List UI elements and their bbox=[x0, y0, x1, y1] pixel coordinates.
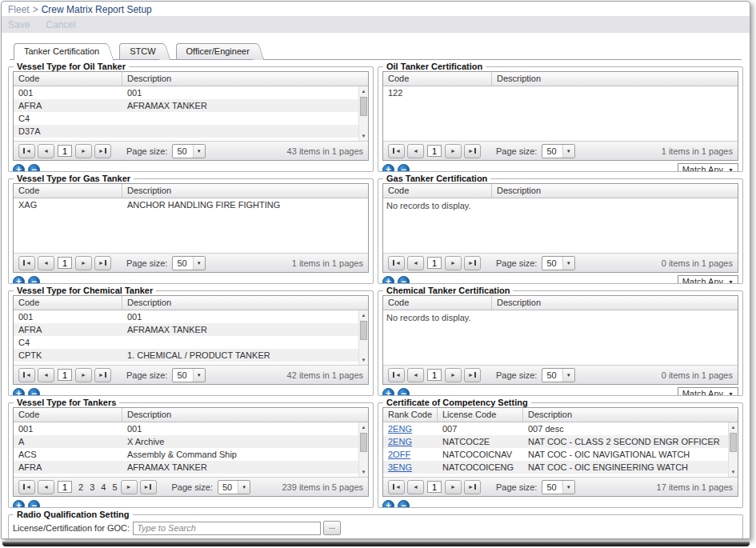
vertical-scrollbar[interactable]: ▲▼ bbox=[358, 422, 368, 477]
pager-prev-button[interactable]: ◄ bbox=[407, 480, 424, 494]
page-size-select[interactable]: 50▼ bbox=[542, 144, 574, 158]
pager-next-button[interactable]: ► bbox=[445, 256, 462, 270]
pager-prev-button[interactable]: ◄ bbox=[38, 144, 54, 158]
pager-page-link[interactable]: 2 bbox=[78, 482, 83, 492]
pager-page-link[interactable]: 5 bbox=[112, 482, 117, 492]
grid-cell-link[interactable]: 2ENG bbox=[383, 435, 438, 448]
match-mode-select[interactable]: Match Any▼ bbox=[678, 275, 738, 285]
pager-last-button[interactable]: ► bbox=[464, 480, 481, 494]
goc-search-input[interactable] bbox=[133, 522, 321, 535]
column-header-description[interactable]: Description bbox=[122, 408, 368, 422]
add-row-button[interactable]: + bbox=[382, 164, 394, 173]
remove-row-button[interactable]: − bbox=[398, 500, 410, 509]
pager-next-button[interactable]: ► bbox=[75, 144, 92, 158]
pager-first-button[interactable]: ◄ bbox=[388, 144, 405, 158]
pager-page-input[interactable] bbox=[427, 481, 442, 493]
page-size-select[interactable]: 50▼ bbox=[172, 368, 205, 382]
remove-row-button[interactable]: − bbox=[398, 388, 410, 397]
column-header-license-code[interactable]: License Code bbox=[438, 408, 523, 422]
add-row-button[interactable]: + bbox=[13, 276, 25, 285]
table-row[interactable]: 122 bbox=[383, 86, 738, 99]
page-size-select[interactable]: 50▼ bbox=[542, 256, 574, 270]
remove-row-button[interactable]: − bbox=[28, 388, 40, 397]
add-row-button[interactable]: + bbox=[13, 388, 25, 397]
remove-row-button[interactable]: − bbox=[28, 164, 40, 173]
pager-prev-button[interactable]: ◄ bbox=[407, 144, 424, 158]
pager-prev-button[interactable]: ◄ bbox=[407, 368, 424, 382]
pager-first-button[interactable]: ◄ bbox=[18, 144, 35, 158]
table-row[interactable]: E31 bbox=[14, 138, 358, 141]
scrollbar-thumb[interactable] bbox=[360, 321, 367, 340]
vertical-scrollbar[interactable]: ▲▼ bbox=[358, 310, 368, 365]
page-size-select[interactable]: 50▼ bbox=[172, 144, 205, 158]
pager-page-input[interactable] bbox=[58, 369, 72, 381]
goc-browse-button[interactable]: ... bbox=[323, 521, 341, 535]
pager-last-button[interactable]: ► bbox=[464, 256, 481, 270]
grid-cell-link[interactable]: 2ENG bbox=[383, 422, 438, 435]
pager-prev-button[interactable]: ◄ bbox=[38, 480, 54, 494]
table-row[interactable]: 3ENGNATCOCOICENGNAT COC - OIC ENGINEERIN… bbox=[383, 461, 728, 474]
column-header-code[interactable]: Code bbox=[383, 72, 492, 86]
scroll-down-icon[interactable]: ▼ bbox=[359, 131, 368, 141]
table-row[interactable]: AX Archive bbox=[14, 435, 358, 448]
pager-next-button[interactable]: ► bbox=[75, 256, 92, 270]
pager-page-input[interactable] bbox=[427, 145, 442, 157]
grid-cell-link[interactable]: 2OFF bbox=[383, 448, 438, 461]
add-row-button[interactable]: + bbox=[13, 164, 25, 173]
column-header-description[interactable]: Description bbox=[492, 184, 738, 198]
scroll-up-icon[interactable]: ▲ bbox=[359, 422, 368, 432]
table-row[interactable]: 001001 bbox=[14, 422, 358, 435]
table-row[interactable]: 2OFFNATCOCOICNAVNAT COC - OIC NAVIGATION… bbox=[383, 448, 728, 461]
column-header-code[interactable]: Code bbox=[383, 296, 492, 310]
pager-page-input[interactable] bbox=[58, 145, 72, 157]
table-row[interactable]: 2ENGNATCOC2ENAT COC - CLASS 2 SECOND ENG… bbox=[383, 435, 728, 448]
scroll-down-icon[interactable]: ▼ bbox=[359, 355, 368, 365]
match-mode-select[interactable]: Match Any▼ bbox=[678, 163, 738, 173]
pager-prev-button[interactable]: ◄ bbox=[407, 256, 424, 270]
pager-first-button[interactable]: ◄ bbox=[388, 480, 405, 494]
pager-prev-button[interactable]: ◄ bbox=[38, 256, 54, 270]
pager-first-button[interactable]: ◄ bbox=[18, 368, 35, 382]
column-header-description[interactable]: Description bbox=[492, 296, 738, 310]
remove-row-button[interactable]: − bbox=[28, 500, 40, 509]
table-row[interactable]: AFRAAFRAMAX TANKER bbox=[14, 461, 358, 474]
column-header-description[interactable]: Description bbox=[122, 184, 368, 198]
match-mode-select[interactable]: Match Any▼ bbox=[678, 387, 738, 397]
column-header-rank-code[interactable]: Rank Code bbox=[383, 408, 438, 422]
scroll-up-icon[interactable]: ▲ bbox=[359, 86, 368, 96]
table-row[interactable]: 3OFF122 bbox=[383, 474, 728, 477]
scrollbar-thumb[interactable] bbox=[730, 433, 737, 452]
pager-page-link[interactable]: 4 bbox=[101, 482, 106, 492]
table-row[interactable]: XAGANCHOR HANDLING FIRE FIGHTING bbox=[14, 198, 368, 211]
column-header-description[interactable]: Description bbox=[492, 72, 738, 86]
pager-next-button[interactable]: ► bbox=[75, 368, 92, 382]
breadcrumb-parent-link[interactable]: Fleet bbox=[8, 4, 30, 15]
table-row[interactable]: AFRAAFRAMAX TANKER bbox=[14, 323, 358, 336]
page-size-select[interactable]: 50▼ bbox=[542, 480, 574, 494]
table-row[interactable]: AHTS7. AHTS bbox=[14, 474, 358, 477]
pager-next-button[interactable]: ► bbox=[445, 368, 462, 382]
column-header-code[interactable]: Code bbox=[14, 184, 122, 198]
remove-row-button[interactable]: − bbox=[28, 276, 40, 285]
pager-next-button[interactable]: ► bbox=[121, 480, 138, 494]
column-header-code[interactable]: Code bbox=[14, 408, 122, 422]
grid-cell-link[interactable]: 3ENG bbox=[383, 461, 438, 474]
pager-next-button[interactable]: ► bbox=[445, 480, 462, 494]
table-row[interactable]: ACSAssembly & Command Ship bbox=[14, 448, 358, 461]
add-row-button[interactable]: + bbox=[382, 276, 394, 285]
tab-officer-engineer[interactable]: Officer/Engineer bbox=[176, 43, 257, 59]
table-row[interactable]: 2ENG007007 desc bbox=[383, 422, 728, 435]
pager-first-button[interactable]: ◄ bbox=[388, 368, 405, 382]
add-row-button[interactable]: + bbox=[382, 500, 394, 509]
table-row[interactable]: AFRAAFRAMAX TANKER bbox=[14, 99, 358, 112]
pager-last-button[interactable]: ► bbox=[140, 480, 157, 494]
pager-page-input[interactable] bbox=[427, 369, 442, 381]
page-size-select[interactable]: 50▼ bbox=[218, 480, 250, 494]
table-row[interactable]: D37A bbox=[14, 362, 358, 365]
column-header-code[interactable]: Code bbox=[383, 184, 492, 198]
column-header-description[interactable]: Description bbox=[523, 408, 738, 422]
pager-prev-button[interactable]: ◄ bbox=[38, 368, 54, 382]
pager-last-button[interactable]: ► bbox=[94, 368, 111, 382]
column-header-code[interactable]: Code bbox=[14, 296, 122, 310]
pager-last-button[interactable]: ► bbox=[464, 368, 481, 382]
